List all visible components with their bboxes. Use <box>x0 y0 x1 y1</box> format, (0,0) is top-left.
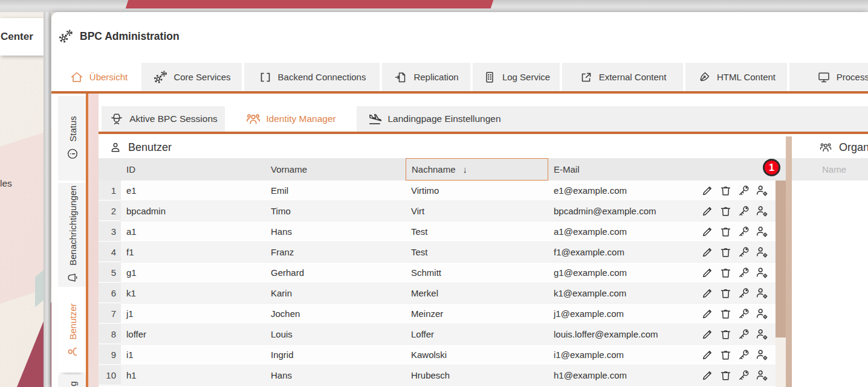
red-accent-band <box>126 0 494 8</box>
cell-vorname: Hans <box>265 370 406 380</box>
home-icon <box>70 70 84 85</box>
column-header-id[interactable]: ID <box>121 164 265 174</box>
subtab-identity-manager[interactable]: Identity Manager <box>233 106 349 132</box>
table-body: 1 e1 Emil Virtimo e1@example.com <box>99 181 786 386</box>
edit-icon[interactable] <box>701 184 714 197</box>
key-icon[interactable] <box>737 204 751 218</box>
column-header-vorname[interactable]: Vorname <box>265 164 406 174</box>
delete-icon[interactable] <box>719 286 733 300</box>
external-link-icon <box>579 70 594 85</box>
tab-log-service[interactable]: Log Service <box>473 63 560 91</box>
gears-icon <box>152 69 168 85</box>
key-icon[interactable] <box>737 245 751 259</box>
spy-icon <box>109 111 125 127</box>
assign-user-icon[interactable] <box>755 266 769 280</box>
table-row[interactable]: 8 loffer Louis Loffer louis.loffer@examp… <box>99 324 786 345</box>
user-icon <box>109 141 121 153</box>
delete-icon[interactable] <box>719 225 733 238</box>
cell-vorname: Timo <box>265 206 406 216</box>
key-icon[interactable] <box>737 225 751 238</box>
edit-icon[interactable] <box>701 245 714 259</box>
scrollbar-thumb[interactable] <box>776 181 786 337</box>
tab-label: Process Da <box>837 72 868 82</box>
edit-icon[interactable] <box>701 266 714 280</box>
organisationen-section-title: Organis <box>792 136 868 158</box>
tab-label: Backend Connections <box>278 72 366 82</box>
delete-icon[interactable] <box>719 368 733 382</box>
delete-icon[interactable] <box>719 266 733 280</box>
cell-email: a1@example.com <box>548 226 701 237</box>
key-icon[interactable] <box>737 348 751 362</box>
key-icon[interactable] <box>737 327 751 341</box>
tab-replication[interactable]: Replication <box>382 63 470 91</box>
sidebar-item-benachrichtigungen[interactable]: Benachrichtigungen <box>58 183 86 287</box>
tab-process-dashboard[interactable]: Process Da <box>789 63 868 91</box>
background-window-tab[interactable]: Center <box>0 18 44 56</box>
key-icon[interactable] <box>737 368 751 382</box>
assign-user-icon[interactable] <box>755 286 769 300</box>
main-tabbar: Übersicht Core Services Backend Connecti… <box>58 63 868 91</box>
edit-icon[interactable] <box>701 204 714 218</box>
table-scrollbar[interactable] <box>776 181 786 387</box>
column-header-email[interactable]: E-Mail <box>548 164 701 174</box>
assign-user-icon[interactable] <box>755 225 769 238</box>
delete-icon[interactable] <box>719 327 733 341</box>
window-header: BPC Administration <box>57 25 180 47</box>
assign-user-icon[interactable] <box>755 204 769 218</box>
subtab-aktive-bpc-sessions[interactable]: Aktive BPC Sessions <box>102 106 225 132</box>
edit-icon[interactable] <box>701 225 714 238</box>
user-icon <box>66 345 79 359</box>
table-row[interactable]: 2 bpcadmin Timo Virt bpcadmin@example.co… <box>99 201 786 222</box>
assign-user-icon[interactable] <box>755 368 769 382</box>
row-number: 5 <box>99 263 121 283</box>
delete-icon[interactable] <box>719 348 733 362</box>
tab-html-content[interactable]: HTML Content <box>685 63 787 91</box>
cell-email: louis.loffer@example.com <box>548 329 701 339</box>
table-row[interactable]: 10 h1 Hans Hrubesch h1@example.com <box>99 365 786 386</box>
tab-core-services[interactable]: Core Services <box>141 63 242 91</box>
tab-external-content[interactable]: External Content <box>562 63 683 91</box>
cell-email: j1@example.com <box>548 309 701 319</box>
table-row[interactable]: 3 a1 Hans Test a1@example.com <box>99 222 786 242</box>
table-row[interactable]: 6 k1 Karin Merkel k1@example.com <box>99 283 786 304</box>
group-icon <box>819 141 832 154</box>
key-icon[interactable] <box>737 307 751 321</box>
cell-id: e1 <box>121 185 265 196</box>
delete-icon[interactable] <box>719 245 733 259</box>
row-number: 3 <box>99 222 121 241</box>
table-row[interactable]: 5 g1 Gerhard Schmitt g1@example.com <box>99 263 786 283</box>
assign-user-icon[interactable] <box>755 307 769 321</box>
edit-icon[interactable] <box>701 286 714 300</box>
sidebar-item-partial[interactable]: g <box>58 375 86 387</box>
delete-icon[interactable] <box>719 204 733 218</box>
tab-uebersicht[interactable]: Übersicht <box>58 63 139 91</box>
tab-backend-connections[interactable]: Backend Connections <box>244 63 380 91</box>
assign-user-icon[interactable] <box>755 348 769 362</box>
table-row[interactable]: 7 j1 Jochen Meinzer j1@example.com <box>99 304 786 324</box>
assign-user-icon[interactable] <box>755 184 769 197</box>
subtab-landingpage-einstellungen[interactable]: Landingpage Einstellungen <box>357 106 511 132</box>
edit-icon[interactable] <box>701 307 714 321</box>
sidebar-item-benutzer[interactable]: Benutzer <box>58 289 86 373</box>
edit-icon[interactable] <box>701 368 714 382</box>
column-header-nachname[interactable]: Nachname ↓ <box>406 158 548 181</box>
row-actions <box>701 184 776 197</box>
delete-icon[interactable] <box>719 307 733 321</box>
key-icon[interactable] <box>737 266 751 280</box>
edit-icon[interactable] <box>701 327 714 341</box>
edit-icon[interactable] <box>701 348 714 362</box>
benutzer-title-label: Benutzer <box>128 141 172 154</box>
left-scrollbar[interactable] <box>44 12 51 387</box>
tab-label: Übersicht <box>89 72 128 82</box>
key-icon[interactable] <box>737 286 751 300</box>
column-header-name[interactable]: Name <box>792 158 868 181</box>
table-row[interactable]: 4 f1 Franz Test f1@example.com <box>99 242 786 263</box>
table-row[interactable]: 9 i1 Ingrid Kawolski i1@example.com <box>99 345 786 365</box>
subtab-label: Identity Manager <box>266 114 335 124</box>
table-row[interactable]: 1 e1 Emil Virtimo e1@example.com <box>99 181 786 201</box>
assign-user-icon[interactable] <box>755 327 769 341</box>
key-icon[interactable] <box>737 184 751 197</box>
sidebar-item-status[interactable]: Status <box>58 96 86 181</box>
assign-user-icon[interactable] <box>755 245 769 259</box>
delete-icon[interactable] <box>719 184 733 197</box>
